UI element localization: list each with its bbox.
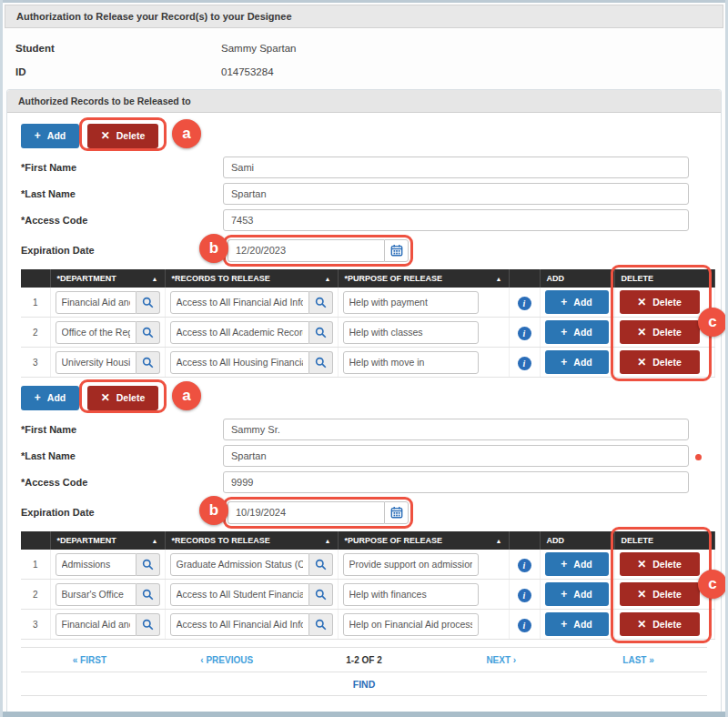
department-search-button[interactable] bbox=[136, 553, 160, 576]
delete-designee-button-2[interactable]: ✕ Delete bbox=[87, 386, 158, 410]
delete-record-button[interactable]: ✕Delete bbox=[620, 290, 700, 314]
pagination-previous[interactable]: ‹ PREVIOUS bbox=[158, 655, 296, 665]
search-icon bbox=[315, 327, 327, 338]
row-number-header bbox=[21, 531, 50, 550]
department-search-button[interactable] bbox=[136, 321, 160, 344]
student-info: Student Sammy Spartan ID 014753284 bbox=[3, 28, 725, 87]
department-search-button[interactable] bbox=[136, 583, 160, 606]
sort-asc-icon[interactable]: ▲ bbox=[496, 276, 502, 282]
calendar-button-1[interactable] bbox=[384, 239, 409, 262]
calendar-button-2[interactable] bbox=[384, 501, 409, 524]
access-code-row-2: *Access Code bbox=[21, 470, 707, 494]
window-edge-bottom bbox=[3, 712, 725, 717]
add-record-button[interactable]: +Add bbox=[545, 290, 609, 314]
student-name-value: Sammy Spartan bbox=[221, 43, 296, 54]
purpose-input[interactable] bbox=[343, 291, 479, 314]
add-record-button[interactable]: +Add bbox=[545, 582, 609, 606]
add-header: ADD bbox=[540, 269, 614, 288]
sort-asc-icon[interactable]: ▲ bbox=[325, 538, 331, 544]
delete-record-button[interactable]: ✕Delete bbox=[620, 582, 700, 606]
department-input[interactable] bbox=[56, 321, 136, 344]
annotation-badge-b1: b bbox=[199, 234, 228, 263]
last-name-input-1[interactable] bbox=[223, 183, 689, 205]
department-input[interactable] bbox=[56, 553, 136, 576]
pagination-next[interactable]: NEXT › bbox=[432, 655, 570, 665]
delete-record-button[interactable]: ✕Delete bbox=[620, 552, 700, 576]
purpose-header[interactable]: *PURPOSE OF RELEASE▲ bbox=[338, 269, 509, 288]
department-input[interactable] bbox=[56, 583, 136, 606]
records-search-button[interactable] bbox=[309, 613, 333, 636]
x-icon: ✕ bbox=[101, 130, 110, 141]
pagination-first[interactable]: « FIRST bbox=[21, 655, 158, 665]
purpose-input[interactable] bbox=[343, 613, 479, 636]
annotation-badge-a2: a bbox=[172, 381, 201, 410]
records-input[interactable] bbox=[170, 613, 309, 636]
records-header[interactable]: *RECORDS TO RELEASE▲ bbox=[165, 269, 338, 288]
records-input[interactable] bbox=[170, 553, 309, 576]
find-link[interactable]: FIND bbox=[353, 679, 376, 690]
info-icon[interactable]: i bbox=[518, 297, 531, 310]
records-search-button[interactable] bbox=[309, 553, 333, 576]
purpose-input[interactable] bbox=[343, 351, 479, 374]
first-name-input-1[interactable] bbox=[223, 157, 689, 178]
records-input[interactable] bbox=[170, 291, 309, 314]
department-search-button[interactable] bbox=[136, 613, 160, 636]
records-search-button[interactable] bbox=[309, 291, 333, 314]
records-search-button[interactable] bbox=[309, 351, 333, 374]
expiration-date-input-2[interactable] bbox=[228, 501, 384, 524]
info-icon[interactable]: i bbox=[518, 357, 531, 370]
access-code-input-2[interactable] bbox=[223, 471, 689, 493]
info-icon[interactable]: i bbox=[518, 619, 531, 632]
delete-designee-button-1[interactable]: ✕ Delete bbox=[87, 124, 158, 148]
annotation-badge-c1: c bbox=[698, 308, 727, 337]
add-record-button[interactable]: +Add bbox=[545, 612, 609, 636]
table2-header-row: *DEPARTMENT▲ *RECORDS TO RELEASE▲ *PURPO… bbox=[21, 531, 714, 550]
department-header[interactable]: *DEPARTMENT▲ bbox=[50, 531, 165, 550]
delete-record-button[interactable]: ✕Delete bbox=[620, 612, 700, 636]
table-row: 1 i +Add ✕Delete bbox=[21, 288, 714, 318]
access-code-input-1[interactable] bbox=[223, 209, 689, 231]
section-body: + Add ✕ Delete a *First Name *Last Name … bbox=[7, 113, 721, 714]
pagination-last[interactable]: LAST » bbox=[570, 655, 707, 665]
department-search-button[interactable] bbox=[136, 291, 160, 314]
purpose-input[interactable] bbox=[343, 553, 479, 576]
last-name-input-2[interactable] bbox=[223, 445, 689, 467]
annotation-rect-b1 bbox=[223, 235, 413, 267]
sort-asc-icon[interactable]: ▲ bbox=[325, 276, 331, 282]
sort-asc-icon[interactable]: ▲ bbox=[152, 538, 158, 544]
purpose-input[interactable] bbox=[343, 583, 479, 606]
records-input[interactable] bbox=[170, 321, 309, 344]
info-icon[interactable]: i bbox=[518, 327, 531, 340]
records-header[interactable]: *RECORDS TO RELEASE▲ bbox=[165, 531, 338, 550]
sort-asc-icon[interactable]: ▲ bbox=[496, 538, 502, 544]
info-header bbox=[509, 269, 540, 288]
department-input[interactable] bbox=[56, 351, 136, 374]
records-input[interactable] bbox=[170, 583, 309, 606]
last-name-row-1: *Last Name bbox=[21, 181, 707, 206]
delete-record-button[interactable]: ✕Delete bbox=[620, 350, 700, 374]
table-row: 3 i +Add ✕Delete bbox=[21, 348, 714, 378]
info-icon[interactable]: i bbox=[518, 589, 531, 602]
expiration-date-input-1[interactable] bbox=[228, 239, 384, 262]
add-record-button[interactable]: +Add bbox=[545, 320, 609, 344]
department-input[interactable] bbox=[56, 613, 136, 636]
purpose-header[interactable]: *PURPOSE OF RELEASE▲ bbox=[338, 531, 509, 550]
sort-asc-icon[interactable]: ▲ bbox=[152, 276, 158, 282]
records-input[interactable] bbox=[170, 351, 309, 374]
first-name-input-2[interactable] bbox=[223, 419, 689, 440]
info-icon[interactable]: i bbox=[518, 559, 531, 572]
department-header[interactable]: *DEPARTMENT▲ bbox=[50, 269, 165, 288]
department-input[interactable] bbox=[56, 291, 136, 314]
purpose-input[interactable] bbox=[343, 321, 479, 344]
calendar-icon bbox=[390, 506, 403, 519]
records-search-button[interactable] bbox=[309, 321, 333, 344]
department-search-button[interactable] bbox=[136, 351, 160, 374]
add-designee-button-2[interactable]: + Add bbox=[21, 386, 79, 410]
delete-record-button[interactable]: ✕Delete bbox=[620, 320, 700, 344]
delete-button-label: Delete bbox=[116, 130, 146, 141]
records-search-button[interactable] bbox=[309, 583, 333, 606]
add-record-button[interactable]: +Add bbox=[545, 350, 609, 374]
add-designee-button-1[interactable]: + Add bbox=[21, 124, 79, 148]
expiration-date-group-1: b bbox=[223, 235, 413, 267]
add-record-button[interactable]: +Add bbox=[545, 552, 609, 576]
